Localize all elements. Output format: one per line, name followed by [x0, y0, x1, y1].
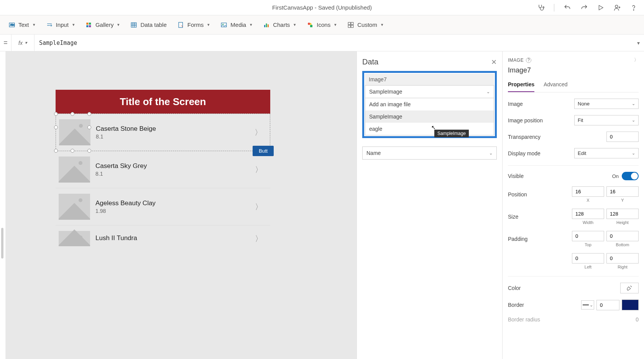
- help-circle-icon[interactable]: ?: [526, 58, 531, 63]
- ribbon-gallery[interactable]: Gallery▾: [85, 21, 120, 28]
- selection-handle[interactable]: [54, 112, 58, 116]
- selection-handle[interactable]: [54, 125, 58, 129]
- gallery-item[interactable]: Caserta Sky Grey 8.1 〉: [56, 151, 270, 188]
- chevron-down-icon: ▾: [25, 40, 27, 45]
- prop-size-height[interactable]: [606, 209, 639, 219]
- undo-icon[interactable]: [564, 4, 571, 12]
- data-panel: Data ✕ Image7 SampleImage ⌄ Add an image…: [356, 51, 502, 359]
- formula-input[interactable]: SampleImage: [34, 40, 632, 46]
- text-icon: Abc: [8, 21, 15, 28]
- tab-properties[interactable]: Properties: [508, 79, 534, 92]
- prop-border-color[interactable]: [622, 300, 639, 310]
- scroll-thumb[interactable]: [1, 228, 3, 259]
- data-control-name: Image7: [365, 74, 494, 85]
- tab-advanced[interactable]: Advanced: [544, 79, 567, 92]
- selection-handle[interactable]: [87, 125, 91, 129]
- gallery-item-selected[interactable]: Caserta Stone Beige 8.1 〉: [56, 114, 270, 151]
- ribbon-charts[interactable]: Charts▾: [263, 21, 296, 28]
- ribbon-gallery-label: Gallery: [95, 21, 114, 28]
- play-icon[interactable]: [597, 4, 604, 11]
- prop-padding-top[interactable]: [572, 231, 604, 241]
- prop-visible-label: Visible: [508, 173, 524, 179]
- svg-text:Abc: Abc: [10, 23, 15, 26]
- dropdown-option-eagle[interactable]: eagle: [365, 123, 494, 135]
- gallery-item[interactable]: Ageless Beauty Clay 1.98 〉: [56, 188, 270, 226]
- dropdown-option-sampleimage[interactable]: SampleImage: [365, 110, 494, 123]
- control-name[interactable]: Image7: [508, 66, 639, 74]
- ribbon-input[interactable]: Input▾: [46, 21, 75, 28]
- selection-handle[interactable]: [71, 112, 74, 116]
- tooltip: SampleImage: [434, 130, 469, 137]
- prop-borderradius-value: 0: [636, 316, 639, 323]
- formula-expand-icon[interactable]: ▾: [632, 40, 644, 46]
- canvas[interactable]: Title of the Screen Caserta Stone Beige …: [6, 51, 356, 359]
- prop-padding-right[interactable]: [606, 253, 639, 263]
- icons-icon: [307, 21, 314, 28]
- prop-visible-on: On: [612, 173, 619, 179]
- svg-rect-24: [310, 25, 312, 27]
- help-icon[interactable]: [630, 3, 637, 12]
- ribbon-charts-label: Charts: [273, 21, 290, 28]
- prop-color-swatch[interactable]: [620, 283, 639, 293]
- prop-padding-left[interactable]: [572, 253, 604, 263]
- gallery-item-subtitle: 8.1: [95, 171, 147, 177]
- prop-padding-bottom[interactable]: [606, 231, 639, 241]
- image-data-select[interactable]: SampleImage ⌄: [365, 85, 494, 98]
- ribbon-icons[interactable]: Icons▾: [307, 21, 337, 28]
- gallery-item[interactable]: Lush II Tundra 〉: [56, 226, 270, 252]
- prop-position-y[interactable]: [606, 186, 639, 197]
- chevron-right-icon[interactable]: 〉: [255, 234, 263, 244]
- image-data-dropdown: Add an image file SampleImage eagle: [365, 98, 494, 135]
- svg-rect-21: [266, 23, 267, 27]
- close-icon[interactable]: ✕: [491, 58, 497, 66]
- prop-size-width[interactable]: [572, 209, 604, 219]
- image-placeholder-icon: [59, 231, 90, 246]
- svg-point-1: [615, 5, 618, 8]
- dropdown-option-add[interactable]: Add an image file: [365, 98, 494, 110]
- svg-point-0: [543, 7, 544, 8]
- properties-tabs: Properties Advanced: [508, 79, 639, 92]
- ribbon-datatable[interactable]: Data table: [130, 21, 166, 28]
- stethoscope-icon[interactable]: [537, 4, 545, 12]
- prop-displaymode-select[interactable]: Edit⌄: [574, 148, 639, 158]
- prop-position-x[interactable]: [572, 186, 604, 197]
- ribbon-media[interactable]: Media▾: [220, 21, 252, 28]
- prop-color-label: Color: [508, 285, 521, 291]
- ribbon-forms[interactable]: Forms▾: [177, 21, 210, 28]
- screen-title[interactable]: Title of the Screen: [56, 90, 270, 114]
- gallery-item-title: Caserta Sky Grey: [95, 162, 147, 170]
- ribbon-text[interactable]: Abc Text▾: [8, 21, 35, 28]
- chevron-right-icon[interactable]: 〉: [634, 57, 639, 63]
- media-icon: [220, 21, 227, 28]
- prop-border-style[interactable]: ⌄: [581, 300, 594, 310]
- prop-displaymode-label: Display mode: [508, 150, 540, 156]
- image-placeholder-icon[interactable]: [59, 119, 90, 145]
- redo-icon[interactable]: [580, 4, 588, 12]
- custom-icon: [347, 21, 354, 28]
- prop-transparency-input[interactable]: [606, 132, 639, 142]
- svg-rect-10: [86, 25, 88, 27]
- selection-handle[interactable]: [87, 112, 91, 116]
- chevron-right-icon[interactable]: 〉: [255, 165, 263, 175]
- ribbon-custom[interactable]: Custom▾: [347, 21, 383, 28]
- share-icon[interactable]: [613, 4, 621, 12]
- chevron-right-icon[interactable]: 〉: [255, 127, 262, 138]
- chevron-down-icon: ⌄: [632, 118, 635, 123]
- chevron-right-icon[interactable]: 〉: [255, 202, 263, 212]
- name-field-select[interactable]: Name ⌄: [362, 147, 497, 160]
- svg-rect-27: [348, 25, 350, 27]
- formula-fx[interactable]: fx▾: [12, 35, 34, 51]
- prop-visible-toggle[interactable]: [622, 172, 639, 180]
- prop-border-width[interactable]: [596, 300, 619, 310]
- prop-image-select[interactable]: None⌄: [574, 99, 639, 109]
- prop-imageposition-label: Image position: [508, 117, 543, 124]
- gallery[interactable]: Caserta Stone Beige 8.1 〉 Caserta Sky Gr…: [56, 114, 270, 252]
- left-gutter: [0, 51, 6, 359]
- prop-imageposition-select[interactable]: Fit⌄: [574, 115, 639, 125]
- properties-panel: IMAGE ? 〉 Image7 Properties Advanced Ima…: [502, 51, 644, 359]
- formula-equals[interactable]: =: [0, 35, 12, 51]
- chevron-down-icon: ⌄: [632, 151, 635, 156]
- canvas-button[interactable]: Butt: [253, 146, 274, 156]
- ribbon-input-label: Input: [56, 21, 69, 28]
- formula-bar: = fx▾ SampleImage ▾: [0, 35, 644, 51]
